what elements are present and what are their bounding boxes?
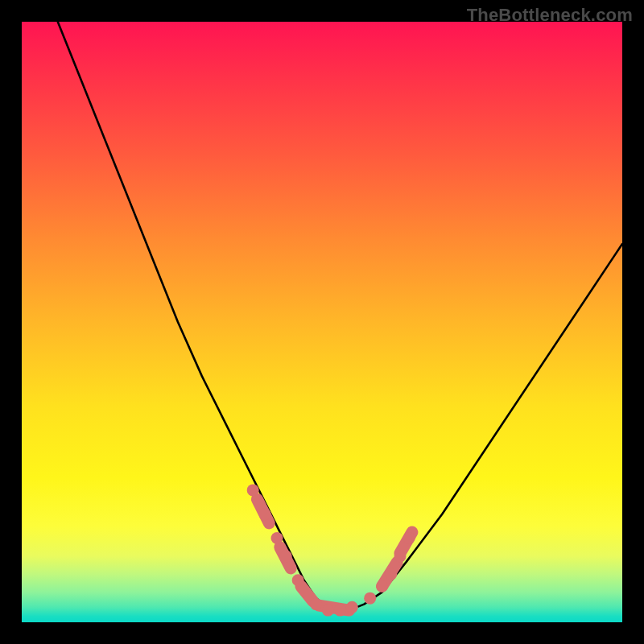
- marker-layer: [247, 484, 415, 616]
- curve-marker: [322, 605, 334, 617]
- curve-marker: [334, 605, 346, 617]
- chart-stage: TheBottleneck.com: [0, 0, 644, 644]
- lozenge-segment: [301, 586, 313, 601]
- curve-marker: [394, 550, 406, 562]
- plot-frame: [22, 22, 622, 622]
- curve-marker: [292, 574, 304, 586]
- curve-marker: [280, 550, 292, 562]
- curve-marker: [376, 580, 388, 592]
- curve-marker: [259, 508, 271, 520]
- curve-marker: [385, 568, 397, 580]
- bottleneck-curve: [58, 22, 622, 610]
- curve-marker: [403, 532, 415, 544]
- curve-marker: [271, 532, 283, 544]
- plot-svg: [22, 22, 622, 622]
- curve-marker: [364, 592, 376, 605]
- curve-marker: [346, 601, 358, 613]
- curve-marker: [310, 598, 322, 610]
- curve-marker: [247, 484, 259, 496]
- curve-layer: [58, 22, 622, 610]
